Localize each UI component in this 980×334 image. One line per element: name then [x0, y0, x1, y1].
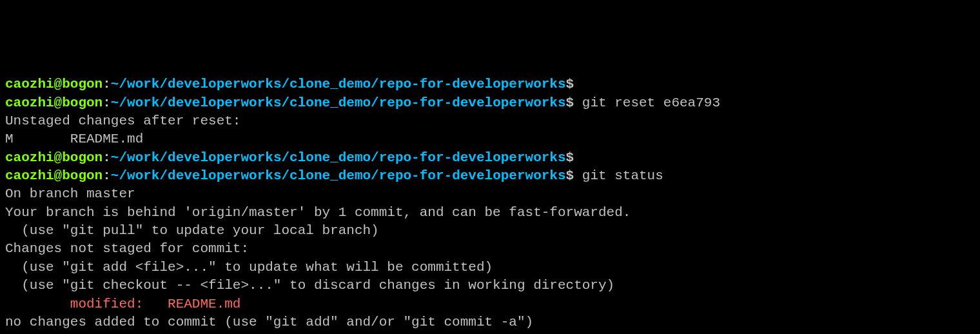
output-not-staged-header: Changes not staged for commit: — [5, 240, 975, 258]
prompt-dollar: $ — [566, 150, 574, 165]
output-add-hint: (use "git add <file>..." to update what … — [5, 259, 975, 277]
prompt-dollar: $ — [566, 77, 574, 92]
output-modified-file: modified: README.md — [5, 295, 975, 313]
prompt-path: ~/work/developerworks/clone_demo/repo-fo… — [111, 95, 566, 110]
command-git-status: git status — [574, 168, 663, 183]
prompt-line-3: caozhi@bogon:~/work/developerworks/clone… — [5, 149, 975, 167]
prompt-line-5: caozhi@bogon:~/work/developerworks/clone… — [5, 331, 975, 334]
prompt-user: caozhi@bogon — [5, 150, 103, 165]
prompt-path: ~/work/developerworks/clone_demo/repo-fo… — [111, 168, 566, 183]
prompt-path: ~/work/developerworks/clone_demo/repo-fo… — [111, 150, 566, 165]
prompt-line-4: caozhi@bogon:~/work/developerworks/clone… — [5, 167, 975, 185]
output-pull-hint: (use "git pull" to update your local bra… — [5, 222, 975, 240]
prompt-user: caozhi@bogon — [5, 95, 103, 110]
output-behind: Your branch is behind 'origin/master' by… — [5, 204, 975, 222]
command-git-reset: git reset e6ea793 — [574, 95, 720, 110]
output-unstaged-file: M README.md — [5, 130, 975, 148]
output-checkout-hint: (use "git checkout -- <file>..." to disc… — [5, 277, 975, 295]
prompt-sep: : — [103, 77, 111, 92]
prompt-sep: : — [103, 168, 111, 183]
output-branch: On branch master — [5, 185, 975, 203]
output-no-changes: no changes added to commit (use "git add… — [5, 313, 975, 331]
output-unstaged-header: Unstaged changes after reset: — [5, 112, 975, 130]
prompt-path: ~/work/developerworks/clone_demo/repo-fo… — [111, 77, 566, 92]
prompt-sep: : — [103, 95, 111, 110]
prompt-sep: : — [103, 150, 111, 165]
terminal-output[interactable]: caozhi@bogon:~/work/developerworks/clone… — [5, 75, 975, 334]
prompt-line-2: caozhi@bogon:~/work/developerworks/clone… — [5, 94, 975, 112]
prompt-dollar: $ — [566, 168, 574, 183]
prompt-user: caozhi@bogon — [5, 168, 103, 183]
prompt-user: caozhi@bogon — [5, 77, 103, 92]
prompt-dollar: $ — [566, 95, 574, 110]
prompt-line-1: caozhi@bogon:~/work/developerworks/clone… — [5, 75, 975, 93]
